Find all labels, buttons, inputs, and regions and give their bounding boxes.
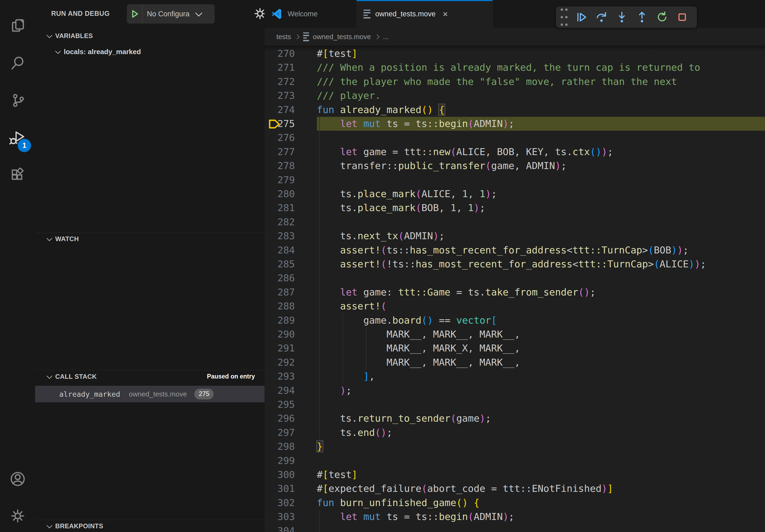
code-line[interactable]	[317, 215, 765, 229]
line-number[interactable]: 272	[265, 75, 295, 89]
code-editor[interactable]: 270#[test]271/// When a position is alre…	[265, 0, 765, 532]
call-stack-frame-row[interactable]: already_marked owned_tests.move 275	[35, 386, 265, 402]
drag-grip-icon[interactable]	[556, 7, 571, 27]
stop-button[interactable]	[672, 7, 692, 27]
code-line[interactable]: ts.place_mark(BOB, 1, 1);	[317, 201, 765, 215]
line-number[interactable]: 300	[265, 468, 295, 482]
line-number[interactable]: 285	[265, 257, 295, 271]
code-line[interactable]	[317, 524, 765, 532]
line-number[interactable]: 293	[265, 370, 295, 383]
code-line[interactable]: game.board() == vector[	[317, 313, 765, 327]
code-line[interactable]	[317, 271, 765, 285]
code-line[interactable]	[317, 454, 765, 468]
line-number[interactable]: 283	[265, 229, 295, 243]
line-number[interactable]: 277	[265, 145, 295, 159]
code-line[interactable]: /// the player who made the "false" move…	[317, 75, 765, 89]
run-and-debug-icon[interactable]: 1	[0, 123, 35, 153]
line-number[interactable]: 302	[265, 496, 295, 510]
indent-guide	[319, 341, 320, 355]
code-line[interactable]: assert!(	[317, 299, 765, 313]
indent-guide	[343, 356, 343, 370]
indent-guide	[343, 341, 343, 355]
line-number[interactable]: 274	[265, 103, 295, 117]
line-number[interactable]: 303	[265, 510, 295, 524]
code-line[interactable]: assert!(ts::has_most_recent_for_address<…	[317, 243, 765, 257]
account-icon[interactable]	[0, 464, 35, 494]
code-line[interactable]: /// When a position is already marked, t…	[317, 61, 765, 75]
code-line[interactable]: fun already_marked() {	[317, 103, 765, 117]
code-line[interactable]: }	[317, 439, 765, 453]
extensions-icon[interactable]	[0, 161, 35, 190]
code-line[interactable]: MARK__, MARK__, MARK__,	[317, 327, 765, 341]
code-line[interactable]: fun burn_unfinished_game() {	[317, 496, 765, 510]
code-line[interactable]: MARK__, MARK__, MARK__,	[317, 356, 765, 370]
line-number[interactable]: 298	[265, 439, 295, 453]
line-number[interactable]: 295	[265, 398, 295, 411]
code-line[interactable]: let mut ts = ts::begin(ADMIN);	[317, 117, 765, 131]
code-line[interactable]: assert!(!ts::has_most_recent_for_address…	[317, 257, 765, 271]
call-stack-section-header[interactable]: CALL STACK	[47, 373, 97, 381]
code-line[interactable]: ts.place_mark(ALICE, 1, 1);	[317, 187, 765, 201]
code-line[interactable]	[317, 173, 765, 187]
line-number[interactable]: 301	[265, 482, 295, 496]
pause-reason-status: Paused on entry	[207, 373, 255, 380]
code-line[interactable]: #[test]	[317, 47, 765, 61]
line-number[interactable]: 273	[265, 89, 295, 103]
code-line[interactable]: ts.next_tx(ADMIN);	[317, 229, 765, 243]
watch-section-header[interactable]: WATCH	[47, 235, 79, 243]
explorer-icon[interactable]	[0, 11, 35, 40]
code-line[interactable]	[317, 131, 765, 145]
code-line[interactable]: ts.end();	[317, 426, 765, 439]
search-icon[interactable]	[0, 48, 35, 78]
code-line[interactable]: /// player.	[317, 89, 765, 103]
line-number[interactable]: 289	[265, 313, 295, 327]
line-number[interactable]: 280	[265, 187, 295, 201]
line-number[interactable]: 296	[265, 411, 295, 425]
locals-scope-row[interactable]: locals: already_marked	[56, 48, 141, 56]
line-number[interactable]: 275	[265, 117, 295, 131]
code-line[interactable]: let game = ttt::new(ALICE, BOB, KEY, ts.…	[317, 145, 765, 159]
code-line[interactable]: ],	[317, 370, 765, 383]
line-number[interactable]: 281	[265, 201, 295, 215]
step-out-button[interactable]	[632, 7, 652, 27]
source-control-icon[interactable]	[0, 86, 35, 115]
line-number[interactable]: 270	[265, 47, 295, 61]
code-line[interactable]: let game: ttt::Game = ts.take_from_sende…	[317, 285, 765, 299]
code-line[interactable]: #[expected_failure(abort_code = ttt::ENo…	[317, 482, 765, 496]
continue-button[interactable]	[571, 7, 591, 27]
line-number[interactable]: 297	[265, 426, 295, 439]
code-line[interactable]: let mut ts = ts::begin(ADMIN);	[317, 510, 765, 524]
breakpoints-section-header[interactable]: BREAKPOINTS	[47, 522, 103, 530]
code-line[interactable]: ts.return_to_sender(game);	[317, 411, 765, 425]
code-line[interactable]	[317, 398, 765, 411]
debug-config-dropdown[interactable]: No Configura	[127, 4, 215, 24]
code-line[interactable]: MARK__, MARK_X, MARK__,	[317, 341, 765, 355]
line-number[interactable]: 299	[265, 454, 295, 468]
line-number[interactable]: 292	[265, 356, 295, 370]
line-number[interactable]: 287	[265, 285, 295, 299]
indent-guide	[319, 131, 320, 145]
line-number[interactable]: 286	[265, 271, 295, 285]
code-line[interactable]: );	[317, 384, 765, 398]
restart-button[interactable]	[652, 7, 672, 27]
line-number[interactable]: 279	[265, 173, 295, 187]
line-number[interactable]: 284	[265, 243, 295, 257]
line-number[interactable]: 288	[265, 299, 295, 313]
settings-gear-icon[interactable]	[0, 501, 35, 531]
line-number[interactable]: 290	[265, 327, 295, 341]
line-number[interactable]: 276	[265, 131, 295, 145]
code-line[interactable]: transfer::public_transfer(game, ADMIN);	[317, 159, 765, 173]
line-number[interactable]: 271	[265, 61, 295, 75]
line-number[interactable]: 282	[265, 215, 295, 229]
line-number[interactable]: 291	[265, 341, 295, 355]
line-number[interactable]: 304	[265, 524, 295, 532]
code-line[interactable]: #[test]	[317, 468, 765, 482]
indent-guide	[319, 271, 320, 285]
debug-start-icon[interactable]	[127, 4, 143, 24]
step-over-button[interactable]	[591, 7, 612, 27]
variables-section-header[interactable]: VARIABLES	[47, 32, 93, 40]
step-into-button[interactable]	[612, 7, 632, 27]
line-number[interactable]: 294	[265, 384, 295, 398]
line-number[interactable]: 278	[265, 159, 295, 173]
debug-toolbar	[556, 7, 697, 28]
